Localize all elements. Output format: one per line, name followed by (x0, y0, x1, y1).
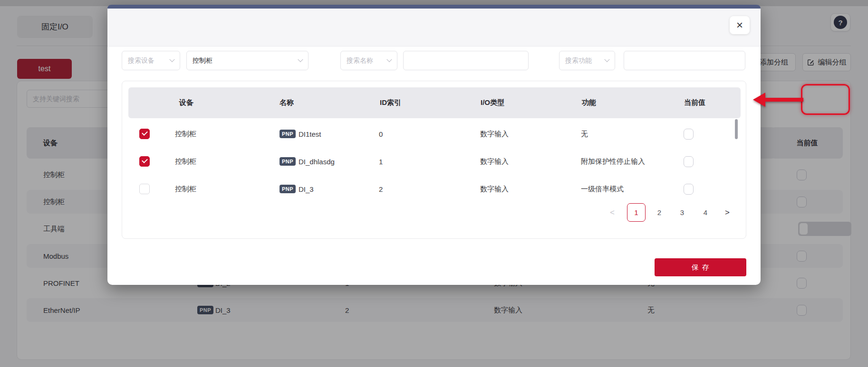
col-header-func: 功能 (582, 87, 596, 118)
current-value-toggle[interactable] (684, 148, 694, 175)
pagination-page-4[interactable]: 4 (700, 203, 711, 222)
row-checkbox[interactable] (139, 175, 150, 203)
close-button[interactable]: × (730, 16, 750, 34)
pagination-next[interactable]: > (722, 203, 733, 222)
table-row: 控制柜 PNP DI_3 2 数字输入 一级倍率模式 (122, 175, 746, 203)
save-button[interactable]: 保存 (655, 258, 746, 276)
device-filter-select[interactable]: 控制柜 (186, 51, 309, 70)
row-checkbox[interactable] (139, 120, 150, 148)
pagination-page-1[interactable]: 1 (627, 203, 646, 222)
id-cell: 1 (379, 148, 383, 175)
name-filter-input[interactable] (403, 51, 529, 70)
search-function-select[interactable]: 搜索功能 (559, 51, 615, 70)
search-device-placeholder: 搜索设备 (128, 56, 154, 65)
screen: 固定I/O test ? 添加分组 编辑分组 编辑 (0, 0, 868, 367)
chevron-down-icon (604, 56, 609, 62)
function-cell: 一级倍率模式 (581, 175, 624, 203)
function-cell: 无 (581, 120, 588, 148)
pagination-page-2[interactable]: 2 (654, 203, 665, 222)
id-cell: 2 (379, 175, 383, 203)
chevron-down-icon (386, 56, 392, 62)
name-cell: DI_dhlasdg (299, 148, 335, 175)
modal-table: 设备 名称 ID索引 I/O类型 功能 当前值 控制柜 PNP DI1test … (122, 81, 746, 239)
col-header-device: 设备 (179, 87, 193, 118)
name-cell: DI_3 (299, 175, 314, 203)
col-header-name: 名称 (280, 87, 294, 118)
close-icon: × (736, 19, 743, 31)
table-row: 控制柜 PNP DI1test 0 数字输入 无 (122, 120, 746, 148)
chevron-down-icon (169, 56, 174, 62)
search-name-placeholder: 搜索名称 (347, 56, 373, 65)
annotation-highlight-ring (801, 84, 850, 115)
annotation-arrow-icon (752, 91, 804, 108)
save-button-label: 保存 (692, 263, 713, 272)
col-header-io-type: I/O类型 (481, 87, 504, 118)
io-type-cell: 数字输入 (480, 148, 509, 175)
io-select-dialog: × 搜索设备 控制柜 搜索名称 搜索功能 设备 名称 ID索引 I/O类型 功 (107, 5, 761, 285)
modal-table-header-band (128, 87, 741, 118)
search-device-select[interactable]: 搜索设备 (122, 51, 180, 70)
current-value-toggle[interactable] (684, 120, 694, 148)
col-header-id: ID索引 (380, 87, 401, 118)
table-row: 控制柜 PNP DI_dhlasdg 1 数字输入 附加保护性停止输入 (122, 148, 746, 175)
chevron-down-icon (298, 56, 303, 62)
row-checkbox[interactable] (139, 148, 150, 175)
dialog-header (107, 9, 761, 47)
pagination: < 1 2 3 4 > (122, 203, 746, 222)
id-cell: 0 (379, 120, 383, 148)
dialog-accent-bar (107, 5, 761, 9)
device-cell: 控制柜 (175, 148, 196, 175)
pagination-page-3[interactable]: 3 (676, 203, 688, 222)
function-filter-input[interactable] (624, 51, 745, 70)
name-cell: DI1test (299, 120, 321, 148)
signal-type-badge: PNP (280, 175, 296, 203)
io-type-cell: 数字输入 (480, 175, 509, 203)
signal-type-badge: PNP (280, 120, 296, 148)
signal-type-badge: PNP (280, 148, 296, 175)
pagination-prev[interactable]: < (607, 203, 618, 222)
search-name-select[interactable]: 搜索名称 (340, 51, 397, 70)
col-header-value: 当前值 (684, 87, 705, 118)
io-type-cell: 数字输入 (480, 120, 509, 148)
device-filter-value: 控制柜 (193, 56, 212, 65)
device-cell: 控制柜 (175, 120, 196, 148)
current-value-toggle[interactable] (684, 175, 694, 203)
function-cell: 附加保护性停止输入 (581, 148, 645, 175)
search-function-placeholder: 搜索功能 (565, 56, 592, 65)
device-cell: 控制柜 (175, 175, 196, 203)
